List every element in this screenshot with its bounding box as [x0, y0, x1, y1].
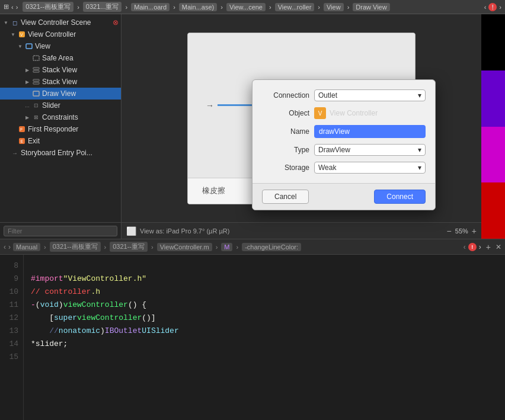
- code-nav-forward2[interactable]: ›: [479, 243, 481, 251]
- sidebar-item-view-controller[interactable]: ▼ V View Controller: [0, 28, 121, 40]
- vc-icon: V: [18, 30, 26, 39]
- svg-rect-5: [33, 70, 39, 72]
- code-nav-forward[interactable]: ›: [8, 243, 11, 251]
- main-top-area: ▼ ◻ View Controller Scene ⊗ ▼ V View Con…: [0, 14, 505, 239]
- connect-button[interactable]: Connect: [374, 190, 426, 204]
- code-sep5: ›: [236, 243, 238, 251]
- toolbar-breadcrumb-2[interactable]: 0321...重写: [83, 2, 122, 12]
- tool-erase-btn[interactable]: 橡皮擦: [197, 185, 230, 196]
- sidebar-item-view-label: View: [35, 42, 50, 50]
- code-method-name: viewController: [63, 299, 128, 312]
- toolbar-breadcrumb-1[interactable]: 0321--画板重写: [23, 2, 73, 12]
- toolbar-breadcrumb-5[interactable]: View...cene: [226, 3, 266, 11]
- swatch-purple[interactable]: [481, 70, 505, 127]
- toolbar-breadcrumb-3[interactable]: Main...oard: [131, 3, 170, 11]
- connection-select[interactable]: Outlet ▾: [314, 89, 426, 101]
- disclosure-fr: [9, 126, 17, 133]
- connection-label: Connection: [262, 91, 309, 100]
- code-breadcrumb-manual[interactable]: Manual: [13, 243, 40, 251]
- zoom-in-btn[interactable]: +: [472, 226, 477, 236]
- code-line-8: [31, 259, 498, 272]
- type-label: Type: [262, 146, 309, 154]
- sidebar-item-safe-area[interactable]: Safe Area: [0, 52, 121, 64]
- disclosure-view: ▼: [17, 43, 24, 50]
- code-content: 8 9 10 11 12 13 14 15 #import "ViewContr…: [0, 255, 505, 420]
- svg-rect-3: [33, 56, 39, 60]
- object-label: Object: [262, 109, 309, 117]
- popup-footer: Cancel Connect: [252, 183, 435, 210]
- disclosure-entry: [2, 149, 9, 156]
- code-parens-12: ()]: [142, 312, 155, 325]
- code-breadcrumb-file[interactable]: ViewController.m: [157, 243, 212, 251]
- sidebar-item-stack1[interactable]: ▶ Stack View: [0, 64, 121, 76]
- swatch-black[interactable]: [481, 14, 505, 70]
- svg-rect-4: [33, 68, 39, 69]
- toolbar-breadcrumb-4[interactable]: Main...ase): [179, 3, 217, 11]
- code-sep1: ›: [44, 243, 46, 251]
- close-icon[interactable]: ⊗: [113, 18, 119, 27]
- sidebar-item-view[interactable]: ▼ View: [0, 40, 121, 52]
- sidebar-item-slider[interactable]: ... ⊡ Slider: [0, 100, 121, 111]
- code-close-btn[interactable]: ✕: [496, 243, 501, 251]
- code-paren-close: ): [59, 299, 63, 312]
- code-line-13: // nonatomic ) IBOutlet UISlider: [31, 325, 498, 338]
- code-iboutlet: IBOutlet: [105, 325, 142, 338]
- code-nav-back2[interactable]: ‹: [464, 243, 466, 251]
- sep2: ›: [125, 4, 127, 11]
- nav-forward-2[interactable]: ›: [499, 4, 501, 11]
- svg-rect-8: [33, 91, 39, 96]
- code-add-btn[interactable]: +: [486, 242, 491, 252]
- popup-connection-row: Connection Outlet ▾: [262, 89, 426, 101]
- nav-forward[interactable]: ›: [16, 4, 18, 11]
- sidebar-item-draw-view[interactable]: Draw View: [0, 88, 121, 100]
- disclosure-safe: [24, 54, 31, 62]
- sidebar-filter-bar: [0, 222, 121, 239]
- sidebar-item-fr-label: First Responder: [28, 125, 78, 133]
- toolbar-breadcrumb-7[interactable]: View: [324, 3, 344, 11]
- disclosure-stack2: ▶: [24, 78, 31, 85]
- sidebar-item-exit-label: Exit: [28, 137, 40, 145]
- storage-select[interactable]: Weak ▾: [314, 162, 426, 174]
- svg-text:V: V: [20, 33, 23, 37]
- connection-chevron: ▾: [418, 91, 421, 100]
- code-indent-13: [31, 325, 49, 338]
- code-breadcrumb-folder2[interactable]: 0321--重写: [110, 242, 148, 252]
- code-nav-back[interactable]: ‹: [4, 243, 6, 251]
- sidebar-item-draw-label: Draw View: [42, 89, 76, 98]
- code-vc-call: viewController: [77, 312, 142, 325]
- canvas-area: → 橡皮擦 撤销 清空 图片 保存 ⬜ V: [122, 14, 481, 239]
- code-uislider: UISlider: [142, 325, 178, 338]
- filter-input[interactable]: [4, 226, 117, 236]
- code-super: super: [54, 312, 77, 325]
- sidebar-item-first-responder[interactable]: F First Responder: [0, 123, 121, 135]
- type-select[interactable]: DrawView ▾: [314, 144, 426, 156]
- toolbar-icon-grid: ⊞: [4, 3, 9, 11]
- sidebar-item-stack1-label: Stack View: [42, 66, 77, 74]
- view-as-label: View as: iPad Pro 9.7° (µR µR): [140, 227, 443, 235]
- device-icon: ⬜: [126, 226, 136, 236]
- swatch-red[interactable]: [481, 182, 505, 239]
- zoom-out-btn[interactable]: −: [447, 226, 452, 236]
- sidebar-item-stack2-label: Stack View: [42, 78, 77, 86]
- code-breadcrumb-method[interactable]: -changeLineColor:: [242, 243, 301, 251]
- name-input[interactable]: [314, 125, 426, 138]
- sidebar-item-entry-label: Storyboard Entry Poi...: [21, 149, 92, 157]
- storage-value: Weak: [318, 163, 336, 172]
- sidebar-item-vc-scene[interactable]: ▼ ◻ View Controller Scene ⊗: [0, 17, 121, 28]
- cancel-button[interactable]: Cancel: [262, 190, 309, 204]
- code-breadcrumb-folder1[interactable]: 0321--画板重写: [50, 242, 101, 252]
- sep4: ›: [220, 4, 223, 11]
- swatch-magenta[interactable]: [481, 127, 505, 183]
- code-breadcrumb-m[interactable]: M: [221, 243, 232, 251]
- type-chevron: ▾: [418, 146, 421, 154]
- popup-storage-row: Storage Weak ▾: [262, 162, 426, 174]
- nav-back[interactable]: ‹: [11, 4, 14, 11]
- sidebar-item-storyboard-entry[interactable]: → Storyboard Entry Poi...: [0, 147, 121, 159]
- sidebar-item-stack2[interactable]: ▶ Stack View: [0, 76, 121, 88]
- code-text[interactable]: #import "ViewController.h" // controller…: [24, 255, 505, 420]
- sidebar-item-exit[interactable]: E Exit: [0, 135, 121, 147]
- toolbar-breadcrumb-6[interactable]: View...roller: [275, 3, 315, 11]
- nav-back-2[interactable]: ‹: [484, 4, 487, 11]
- sidebar-item-constraints[interactable]: ▶ ⊠ Constraints: [0, 111, 121, 123]
- toolbar-breadcrumb-draw[interactable]: Draw View: [353, 3, 389, 11]
